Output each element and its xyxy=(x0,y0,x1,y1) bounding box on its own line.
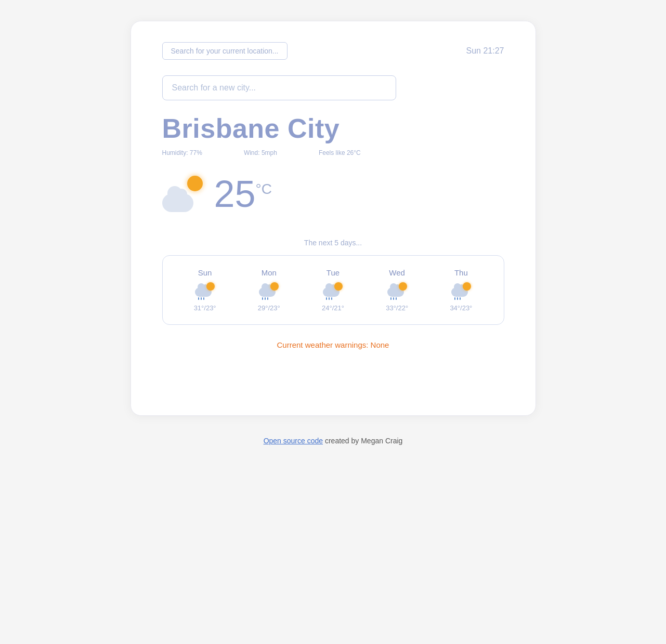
rain-drop xyxy=(267,297,268,300)
rain-drop xyxy=(203,297,204,300)
forecast-day-name-mon: Mon xyxy=(262,268,277,277)
forecast-temps-tue: 24°/21° xyxy=(322,304,344,312)
rain-drops-icon xyxy=(390,297,397,300)
forecast-icon-sun xyxy=(195,282,215,299)
forecast-temps-thu: 34°/23° xyxy=(450,304,472,312)
open-source-link[interactable]: Open source code xyxy=(264,437,323,445)
city-search-input[interactable] xyxy=(162,75,396,100)
wind-label: Wind: 5mph xyxy=(244,149,277,156)
forecast-icon-mon xyxy=(259,282,279,299)
top-row: Search for your current location... Sun … xyxy=(162,42,504,60)
sun-icon xyxy=(187,176,203,191)
rain-drops-icon xyxy=(198,297,204,300)
footer: Open source code created by Megan Craig xyxy=(264,437,403,445)
time-display: Sun 21:27 xyxy=(466,46,504,56)
rain-drop xyxy=(262,297,263,300)
forecast-temps-wed: 33°/22° xyxy=(386,304,408,312)
forecast-icon-tue xyxy=(323,282,343,299)
forecast-label: The next 5 days... xyxy=(162,239,504,247)
current-weather-icon xyxy=(162,176,204,212)
rain-drop xyxy=(460,297,461,300)
temperature-display: 25°C xyxy=(214,175,272,213)
forecast-day-tue: Tue 24°/21° xyxy=(322,268,344,312)
forecast-day-mon: Mon 29°/23° xyxy=(258,268,280,312)
current-weather-row: 25°C xyxy=(162,175,504,213)
rain-drop xyxy=(396,297,397,300)
rain-drops-icon xyxy=(454,297,461,300)
rain-drops-icon xyxy=(262,297,268,300)
rain-drop xyxy=(326,297,327,300)
forecast-day-name-wed: Wed xyxy=(389,268,405,277)
rain-drop xyxy=(331,297,332,300)
rain-drop xyxy=(454,297,455,300)
small-sun-icon xyxy=(334,282,343,291)
rain-drop xyxy=(393,297,394,300)
forecast-day-thu: Thu 34°/23° xyxy=(450,268,472,312)
temperature-value: 25 xyxy=(214,173,256,215)
forecast-icon-wed xyxy=(387,282,407,299)
forecast-card: Sun 31°/23° Mon xyxy=(162,255,504,325)
forecast-temps-sun: 31°/23° xyxy=(194,304,216,312)
forecast-icon-thu xyxy=(451,282,471,299)
forecast-day-name-thu: Thu xyxy=(454,268,468,277)
humidity-label: Humidity: 77% xyxy=(162,149,202,156)
rain-drop xyxy=(390,297,391,300)
temperature-unit: °C xyxy=(256,181,272,197)
cloud-icon xyxy=(162,194,193,212)
small-sun-icon xyxy=(206,282,215,291)
rain-drop xyxy=(329,297,330,300)
forecast-temps-mon: 29°/23° xyxy=(258,304,280,312)
weather-warning: Current weather warnings: None xyxy=(162,340,504,349)
small-sun-icon xyxy=(270,282,279,291)
rain-drop xyxy=(265,297,266,300)
location-search-button[interactable]: Search for your current location... xyxy=(162,42,288,60)
rain-drop xyxy=(201,297,202,300)
weather-meta: Humidity: 77% Wind: 5mph Feels like 26°C xyxy=(162,149,504,156)
forecast-day-sun: Sun 31°/23° xyxy=(194,268,216,312)
small-sun-icon xyxy=(463,282,471,291)
rain-drop xyxy=(457,297,458,300)
footer-text: created by Megan Craig xyxy=(323,437,402,445)
city-name: Brisbane City xyxy=(162,113,504,144)
forecast-day-name-sun: Sun xyxy=(198,268,212,277)
small-sun-icon xyxy=(399,282,407,291)
feels-like-label: Feels like 26°C xyxy=(319,149,361,156)
main-card: Search for your current location... Sun … xyxy=(130,21,536,416)
forecast-day-wed: Wed 33°/22° xyxy=(386,268,408,312)
forecast-day-name-tue: Tue xyxy=(327,268,339,277)
rain-drops-icon xyxy=(326,297,332,300)
rain-drop xyxy=(198,297,199,300)
